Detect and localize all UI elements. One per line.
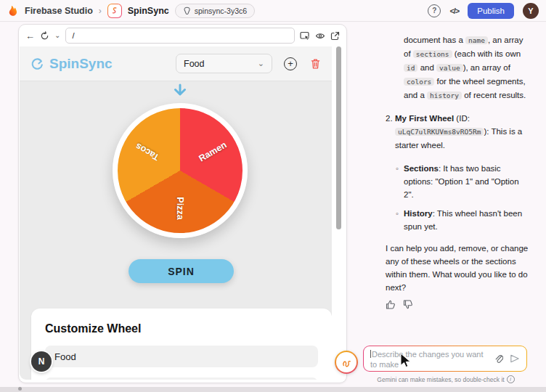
window-bottom-edge	[0, 387, 546, 392]
squiggle-icon	[340, 356, 353, 369]
delete-wheel-button[interactable]	[310, 58, 321, 70]
wheel-segment-label: Ramen	[197, 140, 228, 164]
wheel-select-value: Food	[184, 59, 205, 69]
chat-bullet-text: Sections: It has two basic options: "Opt…	[404, 162, 529, 201]
preview-toolbar: ← ⌄	[19, 25, 346, 46]
chat-bullet-item: ◦ History: This wheel hasn't been spun y…	[396, 207, 529, 233]
mouse-cursor	[400, 353, 412, 368]
breadcrumb-app-name[interactable]: SpinSync	[128, 6, 169, 16]
spin-button[interactable]: SPIN	[129, 259, 234, 283]
chevron-down-icon: ⌄	[258, 59, 264, 68]
wheel-select[interactable]: Food ⌄	[176, 54, 272, 73]
info-icon: i	[507, 375, 515, 383]
back-icon[interactable]: ←	[25, 31, 35, 41]
attach-file-icon[interactable]	[494, 354, 503, 364]
chat-bullet-item: ◦ Sections: It has two basic options: "O…	[396, 162, 529, 201]
firebase-logo-icon	[7, 5, 19, 17]
workspace-badge[interactable]: spinsync-3y3c6	[175, 4, 255, 18]
open-external-icon[interactable]	[330, 31, 340, 41]
chat-list-item: 2. My First Wheel (ID: uLqC7ulRKUVms8vRO…	[386, 112, 529, 152]
chat-input-placeholder: Describe the changes you want to make	[370, 350, 486, 369]
breadcrumb-brand[interactable]: Firebase Studio	[25, 6, 93, 16]
wheel-segment-label: Pizza	[175, 197, 185, 219]
send-icon[interactable]	[509, 354, 520, 364]
chat-list-item-text: My First Wheel (ID: uLqC7ulRKUVms8vRO5Rm…	[395, 112, 529, 152]
breadcrumb-separator-icon: ›	[99, 6, 102, 16]
wheel-labels: Ramen Pizza Tacos	[118, 108, 243, 233]
gemini-disclaimer: Gemini can make mistakes, so double-chec…	[362, 375, 530, 383]
resize-handle-dot	[18, 387, 22, 391]
text-caret	[370, 350, 371, 358]
chat-paragraph: I can help you add, remove, or change an…	[386, 242, 529, 294]
preview-eye-icon[interactable]	[315, 32, 325, 40]
add-wheel-button[interactable]: +	[284, 57, 297, 70]
list-marker: 2.	[386, 112, 395, 152]
help-icon[interactable]: ?	[428, 4, 441, 17]
wheel[interactable]: Ramen Pizza Tacos	[113, 103, 248, 238]
wheel-pointer-icon	[172, 83, 188, 97]
chat-bullet-text: History: This wheel hasn't been spun yet…	[404, 207, 529, 233]
app-title: SpinSync	[49, 56, 113, 72]
thumbs-down-icon[interactable]	[403, 300, 413, 309]
thumbs-up-icon[interactable]	[386, 300, 396, 309]
reload-dropdown-icon[interactable]: ⌄	[54, 32, 60, 39]
chat-sublist: ◦ Sections: It has two basic options: "O…	[396, 162, 529, 233]
feedback-row	[386, 300, 529, 309]
chat-paragraph: document has a name, an array of section…	[404, 33, 529, 102]
wheel-name-input[interactable]	[45, 346, 318, 367]
chat-input[interactable]: Describe the changes you want to make	[363, 346, 527, 372]
spinsync-app-icon	[107, 4, 122, 18]
preview-scrollbar-thumb[interactable]	[336, 46, 341, 229]
wheel-segment-label: Tacos	[134, 141, 160, 163]
user-avatar[interactable]: Y	[523, 3, 539, 19]
section-input-partial[interactable]	[45, 377, 318, 380]
annotation-tool-button[interactable]	[335, 351, 358, 374]
url-input[interactable]	[65, 28, 295, 44]
preview-panel: ← ⌄	[18, 24, 347, 383]
inspect-element-icon[interactable]	[300, 31, 310, 41]
workspace-icon	[183, 7, 191, 15]
customize-wheel-heading: Customize Wheel	[45, 322, 318, 335]
bullet-icon: ◦	[396, 162, 404, 201]
workspace-badge-label: spinsync-3y3c6	[195, 7, 247, 15]
customize-wheel-card: Customize Wheel	[31, 309, 332, 380]
spinsync-app-header: SpinSync Food ⌄ +	[20, 46, 332, 81]
topbar: Firebase Studio › SpinSync spinsync-3y3c…	[0, 0, 546, 22]
publish-button[interactable]: Publish	[468, 3, 514, 19]
chat-message: document has a name, an array of section…	[386, 33, 529, 309]
bullet-icon: ◦	[396, 207, 404, 233]
collaborator-cursor-badge: N	[31, 351, 52, 372]
spinsync-logo-icon	[30, 57, 44, 70]
preview-viewport: SpinSync Food ⌄ + Ramen Pizza Tacos	[20, 46, 332, 380]
code-view-icon[interactable]: </>	[449, 7, 459, 15]
reload-icon[interactable]	[40, 31, 49, 41]
